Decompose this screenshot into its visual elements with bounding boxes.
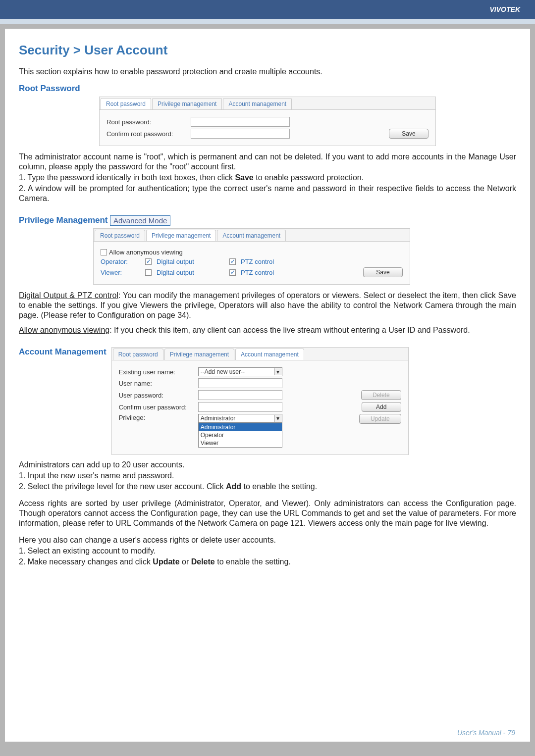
tab-root-password[interactable]: Root password bbox=[101, 98, 151, 109]
tab-privilege-management-2[interactable]: Privilege management bbox=[146, 230, 216, 241]
tab-account-management-3[interactable]: Account management bbox=[235, 349, 304, 360]
confirm-root-pw-input[interactable] bbox=[191, 129, 290, 139]
root-password-heading: Root Password bbox=[19, 84, 516, 94]
priv-tabs: Root password Privilege management Accou… bbox=[94, 229, 410, 242]
root-password-panel: Root password Privilege management Accou… bbox=[99, 97, 436, 146]
page-body: Security > User Account This section exp… bbox=[5, 29, 530, 742]
viewer-label: Viewer: bbox=[101, 269, 145, 276]
priv-option-viewer[interactable]: Viewer bbox=[199, 439, 282, 447]
delete-button[interactable]: Delete bbox=[361, 390, 401, 400]
tab-account-management[interactable]: Account management bbox=[223, 98, 292, 109]
root-step2: 2. A window will be prompted for authent… bbox=[19, 184, 516, 203]
acct-step2: 2. Select the privilege level for the ne… bbox=[19, 482, 516, 492]
existing-user-select[interactable]: --Add new user-- ▾ bbox=[198, 367, 282, 376]
allow-anon-checkbox[interactable] bbox=[101, 249, 107, 255]
operator-digital-output-label: Digital output bbox=[157, 258, 194, 265]
privilege-select[interactable]: Administrator ▾ bbox=[198, 414, 282, 423]
anon-para: Allow anonymous viewing: If you check th… bbox=[19, 325, 516, 335]
acct-para3: Here you also can change a user's access… bbox=[19, 535, 516, 545]
root-step1: 1. Type the password identically in both… bbox=[19, 173, 516, 183]
priv-mgmt-heading-row: Privilege Management Advanced Mode bbox=[19, 215, 516, 228]
confirm-root-pw-label: Confirm root password: bbox=[107, 130, 191, 138]
intro-text: This section explains how to enable pass… bbox=[19, 67, 516, 77]
operator-label: Operator: bbox=[101, 258, 145, 265]
acct-step3: 1. Select an existing account to modify. bbox=[19, 546, 516, 556]
acct-step4: 2. Make necessary changes and click Upda… bbox=[19, 557, 516, 567]
acct-mgmt-panel: Root password Privilege management Accou… bbox=[111, 347, 409, 455]
privilege-list[interactable]: Administrator Operator Viewer bbox=[198, 423, 282, 448]
chevron-down-icon: ▾ bbox=[274, 368, 282, 375]
root-pw-label: Root password: bbox=[107, 118, 191, 126]
priv-mgmt-panel: Root password Privilege management Accou… bbox=[93, 228, 410, 285]
viewer-ptz-checkbox[interactable] bbox=[229, 269, 236, 276]
operator-ptz-checkbox[interactable] bbox=[229, 258, 236, 265]
priv-mgmt-heading: Privilege Management bbox=[19, 215, 108, 225]
page-title: Security > User Account bbox=[19, 43, 516, 58]
tab-privilege-management-3[interactable]: Privilege management bbox=[164, 349, 234, 360]
operator-ptz-label: PTZ control bbox=[241, 258, 274, 265]
privilege-label: Privilege: bbox=[119, 414, 198, 421]
viewer-digital-output-label: Digital output bbox=[157, 269, 194, 276]
brand-text: VIVOTEK bbox=[490, 5, 520, 13]
acct-step1: 1. Input the new user's name and passwor… bbox=[19, 471, 516, 481]
do-ptz-para: Digital Output & PTZ control: You can mo… bbox=[19, 291, 516, 320]
root-para1: The administrator account name is "root"… bbox=[19, 152, 516, 172]
acct-para1: Administrators can add up to 20 user acc… bbox=[19, 460, 516, 470]
root-pw-input[interactable] bbox=[191, 117, 290, 127]
advanced-mode-badge: Advanced Mode bbox=[110, 215, 170, 226]
add-button[interactable]: Add bbox=[362, 402, 401, 412]
viewer-digital-output-checkbox[interactable] bbox=[145, 269, 152, 276]
anon-label: Allow anonymous viewing bbox=[19, 326, 109, 334]
brand-header: VIVOTEK bbox=[0, 0, 535, 19]
acct-para2: Access rights are sorted by user privile… bbox=[19, 499, 516, 528]
acct-mgmt-heading: Account Management bbox=[19, 347, 107, 357]
username-label: User name: bbox=[119, 380, 198, 387]
update-button[interactable]: Update bbox=[359, 414, 401, 424]
save-button[interactable]: Save bbox=[389, 129, 428, 139]
tab-root-password-3[interactable]: Root password bbox=[113, 349, 163, 360]
allow-anon-label: Allow anonymous viewing bbox=[109, 249, 183, 256]
username-input[interactable] bbox=[198, 378, 282, 388]
root-tabs: Root password Privilege management Accou… bbox=[100, 97, 435, 110]
userpw-label: User password: bbox=[119, 392, 198, 399]
confirm-userpw-label: Confirm user password: bbox=[119, 403, 198, 411]
viewer-ptz-label: PTZ control bbox=[241, 269, 274, 276]
page-footer: User's Manual - 79 bbox=[457, 729, 515, 737]
confirm-userpw-input[interactable] bbox=[198, 402, 282, 412]
priv-option-admin[interactable]: Administrator bbox=[199, 423, 282, 431]
existing-user-label: Existing user name: bbox=[119, 368, 198, 376]
acct-tabs: Root password Privilege management Accou… bbox=[112, 348, 408, 360]
tab-account-management-2[interactable]: Account management bbox=[217, 230, 286, 241]
header-underline bbox=[0, 19, 535, 24]
tab-privilege-management[interactable]: Privilege management bbox=[152, 98, 222, 109]
priv-save-button[interactable]: Save bbox=[363, 267, 403, 277]
do-ptz-label: Digital Output & PTZ control bbox=[19, 291, 118, 300]
priv-option-operator[interactable]: Operator bbox=[199, 431, 282, 439]
userpw-input[interactable] bbox=[198, 390, 282, 400]
chevron-down-icon: ▾ bbox=[274, 415, 282, 422]
operator-digital-output-checkbox[interactable] bbox=[145, 258, 152, 265]
tab-root-password-2[interactable]: Root password bbox=[95, 230, 145, 241]
